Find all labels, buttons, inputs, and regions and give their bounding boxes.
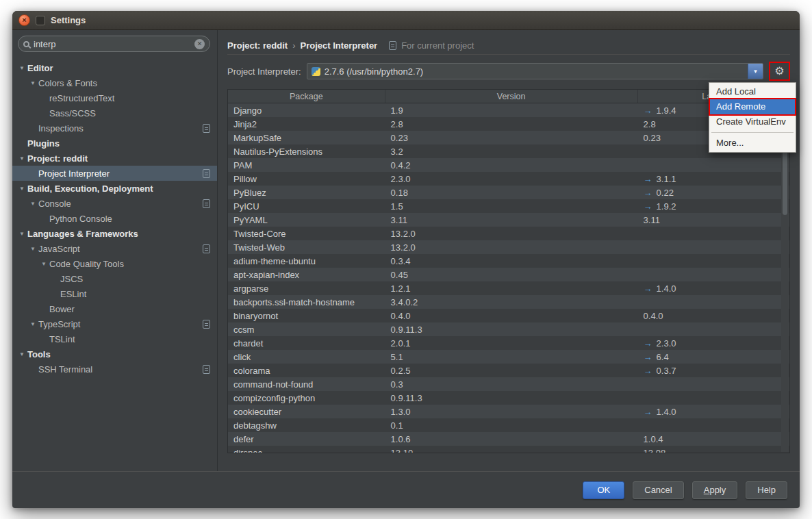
settings-page-icon (203, 365, 210, 374)
version-cell: 0.9.11.3 (385, 393, 638, 403)
menu-item-add-local[interactable]: Add Local (710, 84, 795, 99)
table-row-pyyaml[interactable]: PyYAML3.113.11 (228, 213, 789, 227)
cancel-button[interactable]: Cancel (633, 481, 683, 499)
latest-cell: →6.4 (638, 352, 789, 362)
table-scrollbar[interactable] (781, 104, 789, 452)
table-row-django[interactable]: Django1.9→1.9.4 (228, 103, 789, 117)
expander-icon[interactable]: ▼ (27, 80, 38, 86)
table-row-twisted-web[interactable]: Twisted-Web13.2.0 (228, 240, 789, 254)
table-row-dirspec[interactable]: dirspec13.1013.08 (228, 446, 789, 453)
table-row-nautilus-pyextensions[interactable]: Nautilus-PyExtensions3.2 (228, 144, 789, 158)
table-row-pybluez[interactable]: PyBluez0.18→0.22 (228, 186, 789, 199)
package-cell: cookiecutter (228, 407, 385, 417)
tree-item-python-console[interactable]: Python Console (12, 211, 217, 226)
close-button[interactable]: × (18, 14, 30, 26)
ok-button[interactable]: OK (583, 481, 624, 499)
menu-item-add-remote[interactable]: Add Remote (710, 99, 795, 114)
tree-item-colors-fonts[interactable]: ▼Colors & Fonts (12, 75, 217, 90)
tree-item-eslint[interactable]: ESLint (12, 286, 217, 301)
table-row-pam[interactable]: PAM0.4.2 (228, 158, 789, 172)
tree-item-sass-scss[interactable]: Sass/SCSS (12, 105, 217, 121)
table-row-adium-theme-ubuntu[interactable]: adium-theme-ubuntu0.3.4 (228, 254, 789, 268)
table-row-colorama[interactable]: colorama0.2.5→0.3.7 (228, 364, 789, 377)
table-row-click[interactable]: click5.1→6.4 (228, 350, 789, 364)
table-row-ccsm[interactable]: ccsm0.9.11.3 (228, 322, 789, 336)
gear-button[interactable]: ⚙ (771, 64, 788, 79)
table-row-pyicu[interactable]: PyICU1.5→1.9.2 (228, 199, 789, 213)
settings-tree: ▼Editor▼Colors & FontsreStructuredTextSa… (12, 60, 217, 377)
package-cell: argparse (228, 283, 385, 294)
package-cell: Twisted-Web (228, 242, 385, 253)
latest-cell: →3.1.1 (638, 174, 789, 184)
expander-icon[interactable]: ▼ (27, 201, 38, 207)
package-cell: PAM (228, 160, 385, 170)
tree-item-project-reddit[interactable]: ▼Project: reddit (12, 151, 217, 166)
latest-cell: 0.4.0 (638, 311, 789, 321)
table-row-debtagshw[interactable]: debtagshw0.1 (228, 418, 789, 432)
table-row-defer[interactable]: defer1.0.61.0.4 (228, 432, 789, 446)
tree-item-inspections[interactable]: Inspections (12, 121, 217, 136)
tree-item-typescript[interactable]: ▼TypeScript (12, 316, 217, 331)
tree-item-jscs[interactable]: JSCS (12, 271, 217, 286)
breadcrumb-project[interactable]: Project: reddit (227, 40, 288, 51)
expander-icon[interactable]: ▼ (16, 186, 27, 192)
expander-icon[interactable]: ▼ (16, 65, 27, 71)
table-row-pillow[interactable]: Pillow2.3.0→3.1.1 (228, 172, 789, 186)
apply-button[interactable]: Apply (692, 481, 738, 499)
tree-item-restructuredtext[interactable]: reStructuredText (12, 90, 217, 105)
menu-item-create-virtualenv[interactable]: Create VirtualEnv (710, 114, 795, 129)
tree-item-plugins[interactable]: Plugins (12, 136, 217, 151)
tree-item-code-quality-tools[interactable]: ▼Code Quality Tools (12, 256, 217, 271)
version-cell: 5.1 (385, 352, 638, 362)
table-row-binaryornot[interactable]: binaryornot0.4.00.4.0 (228, 309, 789, 322)
help-button[interactable]: Help (746, 481, 787, 499)
tree-item-javascript[interactable]: ▼JavaScript (12, 241, 217, 256)
titlebar[interactable]: × Settings (12, 11, 800, 30)
upgrade-arrow-icon: → (644, 407, 652, 417)
table-row-chardet[interactable]: chardet2.0.1→2.3.0 (228, 336, 789, 350)
tree-item-tools[interactable]: ▼Tools (12, 346, 217, 362)
column-header-package[interactable]: Package (228, 90, 385, 103)
table-row-apt-xapian-index[interactable]: apt-xapian-index0.45 (228, 268, 789, 281)
table-row-cookiecutter[interactable]: cookiecutter1.3.0→1.4.0 (228, 405, 789, 418)
column-header-version[interactable]: Version (385, 90, 638, 103)
interpreter-combobox[interactable]: 2.7.6 (/usr/bin/python2.7) ▼ (307, 63, 763, 79)
latest-cell: 3.11 (638, 215, 789, 225)
tree-item-bower[interactable]: Bower (12, 301, 217, 316)
version-cell: 2.3.0 (385, 174, 638, 184)
table-row-markupsafe[interactable]: MarkupSafe0.230.23 (228, 131, 789, 144)
table-row-compizconfig-python[interactable]: compizconfig-python0.9.11.3 (228, 391, 789, 405)
tree-item-label: Inspections (38, 123, 84, 134)
dialog-content: interp ✕ ▼Editor▼Colors & FontsreStructu… (12, 30, 800, 471)
chevron-down-icon: ▼ (753, 68, 759, 75)
combo-dropdown-button[interactable]: ▼ (748, 64, 763, 79)
version-cell: 0.2.5 (385, 366, 638, 376)
table-row-backports-ssl-match-hostname[interactable]: backports.ssl-match-hostname3.4.0.2 (228, 295, 789, 309)
tree-item-ssh-terminal[interactable]: SSH Terminal (12, 362, 217, 377)
expander-icon[interactable]: ▼ (16, 155, 27, 162)
tree-item-tslint[interactable]: TSLint (12, 331, 217, 346)
tree-item-editor[interactable]: ▼Editor (12, 60, 217, 75)
expander-icon[interactable]: ▼ (16, 231, 27, 237)
clear-search-icon[interactable]: ✕ (194, 39, 205, 49)
table-row-jinja2[interactable]: Jinja22.82.8 (228, 117, 789, 131)
expander-icon[interactable]: ▼ (27, 246, 38, 252)
table-row-argparse[interactable]: argparse1.2.1→1.4.0 (228, 281, 789, 295)
tree-item-languages-frameworks[interactable]: ▼Languages & Frameworks (12, 226, 217, 241)
expander-icon[interactable]: ▼ (38, 261, 49, 267)
search-input-value[interactable]: interp (34, 39, 190, 49)
table-row-command-not-found[interactable]: command-not-found0.3 (228, 377, 789, 391)
tree-item-build-execution-deployment[interactable]: ▼Build, Execution, Deployment (12, 181, 217, 196)
tree-item-console[interactable]: ▼Console (12, 196, 217, 211)
package-cell: binaryornot (228, 311, 385, 321)
expander-icon[interactable]: ▼ (27, 321, 38, 327)
tree-item-label: Project Interpreter (38, 168, 110, 179)
table-row-twisted-core[interactable]: Twisted-Core13.2.0 (228, 227, 789, 240)
menu-item-more[interactable]: More... (710, 136, 795, 151)
settings-search-field[interactable]: interp ✕ (18, 36, 210, 52)
settings-page-icon (203, 169, 210, 178)
tree-item-project-interpreter[interactable]: Project Interpreter (12, 166, 217, 181)
expander-icon[interactable]: ▼ (16, 351, 27, 357)
tree-item-label: Project: reddit (27, 153, 88, 164)
interpreter-value: 2.7.6 (/usr/bin/python2.7) (325, 66, 744, 77)
